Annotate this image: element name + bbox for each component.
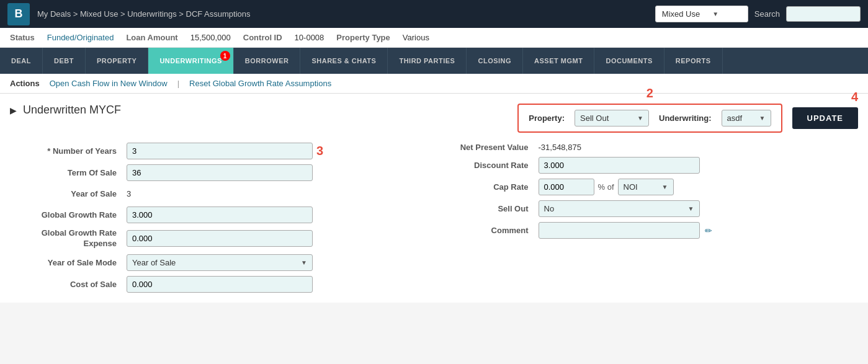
nav-tab-badge-underwritings: 1: [220, 51, 230, 61]
nav-tab-property[interactable]: PROPERTY: [86, 48, 149, 74]
nav-tab-reports[interactable]: REPORTS: [664, 48, 723, 74]
nav-tab-underwritings[interactable]: UNDERWRITINGS1: [148, 48, 233, 74]
status-bar: Status Funded/Originated Loan Amount 15,…: [0, 28, 868, 48]
discount-rate-input[interactable]: [539, 157, 700, 174]
year-of-sale-mode-value: Year of Sale: [132, 258, 176, 267]
global-growth-rate-expense-label: Global Growth RateExpense: [42, 228, 117, 248]
year-of-sale-mode-select[interactable]: Year of Sale ▼: [127, 254, 313, 271]
underwriting-select-arrow: ▼: [759, 115, 766, 122]
comment-row: Comment ✏: [434, 222, 859, 239]
form-grid: * Number of Years 3 Term Of Sale Year of…: [10, 143, 858, 293]
number-of-years-label: * Number of Years: [47, 146, 117, 156]
net-present-value-label: Net Present Value: [460, 143, 529, 152]
underwriting-select-value: asdf: [727, 113, 743, 123]
property-select-label: Property:: [529, 113, 565, 123]
number-of-years-row: * Number of Years 3: [10, 143, 434, 159]
year-of-sale-mode-arrow: ▼: [301, 259, 307, 266]
cap-rate-noi-select[interactable]: NOI ▼: [618, 179, 674, 195]
sell-out-arrow: ▼: [688, 205, 694, 212]
form-right: Net Present Value -31,548,875 Discount R…: [434, 143, 859, 293]
nav-tabs: DEALDEBTPROPERTYUNDERWRITINGS1BORROWERSH…: [0, 48, 868, 74]
main-content: ▶ Underwritten MYCF 2 Property: Sell Out…: [0, 94, 868, 303]
property-select[interactable]: Sell Out ▼: [575, 110, 649, 127]
nav-tab-documents[interactable]: DOCUMENTS: [594, 48, 664, 74]
control-id-label: Control ID: [243, 33, 282, 42]
year-of-sale-label: Year of Sale: [71, 189, 117, 198]
sell-out-select[interactable]: No ▼: [539, 200, 700, 217]
year-of-sale-row: Year of Sale 3: [10, 186, 434, 202]
cost-of-sale-row: Cost of Sale: [10, 276, 434, 293]
cost-of-sale-label: Cost of Sale: [70, 280, 117, 289]
property-dropdown-value: Mixed Use: [662, 9, 700, 19]
global-growth-rate-input[interactable]: [127, 206, 313, 223]
actions-separator: |: [177, 79, 179, 88]
property-dropdown[interactable]: Mixed Use ▼: [655, 6, 748, 22]
underwriting-select-label: Underwriting:: [659, 113, 712, 123]
year-of-sale-mode-label: Year of Sale Mode: [48, 258, 117, 267]
expand-arrow[interactable]: ▶: [10, 105, 17, 115]
net-present-value: -31,548,875: [539, 143, 581, 152]
property-select-arrow: ▼: [637, 115, 643, 122]
term-of-sale-input[interactable]: [127, 164, 313, 181]
year-of-sale-value: 3: [127, 186, 131, 202]
breadcrumb: My Deals > Mixed Use > Underwritings > D…: [37, 9, 648, 19]
net-present-value-row: Net Present Value -31,548,875: [434, 143, 859, 152]
actions-label: Actions: [10, 79, 40, 88]
global-growth-rate-expense-row: Global Growth RateExpense: [10, 228, 434, 249]
comment-label: Comment: [491, 226, 529, 235]
red-number-4: 4: [851, 90, 858, 104]
reset-growth-rate-link[interactable]: Reset Global Growth Rate Assumptions: [189, 79, 331, 88]
global-growth-rate-label: Global Growth Rate: [42, 210, 117, 220]
cap-rate-input[interactable]: [539, 179, 594, 195]
control-id-value: 10-0008: [295, 33, 324, 42]
term-of-sale-label: Term Of Sale: [68, 168, 117, 177]
cap-rate-pct-label: % of: [598, 182, 614, 192]
red-number-2: 2: [647, 86, 653, 100]
loan-amount-label: Loan Amount: [126, 33, 177, 42]
discount-rate-row: Discount Rate: [434, 157, 859, 174]
cap-rate-controls: % of NOI ▼: [539, 179, 674, 195]
property-underwriting-box: Property: Sell Out ▼ Underwriting: asdf …: [517, 104, 782, 133]
discount-rate-label: Discount Rate: [474, 161, 528, 170]
number-of-years-input[interactable]: [127, 143, 313, 159]
nav-tab-debt[interactable]: DEBT: [43, 48, 86, 74]
nav-tab-asset_mgmt[interactable]: ASSET MGMT: [523, 48, 594, 74]
year-of-sale-mode-row: Year of Sale Mode Year of Sale ▼: [10, 254, 434, 271]
actions-bar: Actions Open Cash Flow in New Window | R…: [0, 74, 868, 94]
sell-out-label: Sell Out: [498, 204, 528, 213]
cap-rate-noi-value: NOI: [624, 182, 638, 192]
red-number-3: 3: [316, 144, 323, 158]
form-left: * Number of Years 3 Term Of Sale Year of…: [10, 143, 434, 293]
top-right-controls: Mixed Use ▼ Search: [655, 6, 861, 22]
nav-tab-borrower[interactable]: BORROWER: [234, 48, 301, 74]
global-growth-rate-expense-input[interactable]: [127, 230, 313, 247]
search-input[interactable]: [786, 6, 861, 22]
cap-rate-noi-arrow: ▼: [662, 184, 668, 190]
nav-tab-closing[interactable]: CLOSING: [467, 48, 523, 74]
nav-tab-third_parties[interactable]: THIRD PARTIES: [388, 48, 467, 74]
sell-out-value: No: [544, 204, 555, 213]
nav-tab-shares[interactable]: SHARES & CHATS: [300, 48, 388, 74]
cap-rate-label: Cap Rate: [493, 182, 528, 192]
status-label: Status: [10, 33, 35, 42]
logo: B: [7, 3, 30, 25]
loan-amount-value: 15,500,000: [190, 33, 231, 42]
property-type-value: Various: [403, 33, 429, 42]
update-button[interactable]: UPDATE: [792, 107, 858, 129]
term-of-sale-row: Term Of Sale: [10, 164, 434, 181]
cap-rate-row: Cap Rate % of NOI ▼: [434, 179, 859, 195]
top-header: B My Deals > Mixed Use > Underwritings >…: [0, 0, 868, 28]
status-value: Funded/Originated: [47, 33, 114, 42]
sell-out-row: Sell Out No ▼: [434, 200, 859, 217]
comment-input[interactable]: [539, 222, 700, 239]
search-label: Search: [754, 9, 780, 19]
section-title: Underwritten MYCF: [23, 104, 121, 117]
cost-of-sale-input[interactable]: [127, 276, 313, 293]
open-cash-flow-link[interactable]: Open Cash Flow in New Window: [50, 79, 168, 88]
underwriting-select[interactable]: asdf ▼: [722, 110, 771, 127]
property-dropdown-arrow: ▼: [712, 11, 718, 17]
global-growth-rate-row: Global Growth Rate: [10, 206, 434, 223]
nav-tab-deal[interactable]: DEAL: [0, 48, 43, 74]
property-select-value: Sell Out: [580, 113, 609, 123]
edit-icon[interactable]: ✏: [705, 226, 712, 236]
